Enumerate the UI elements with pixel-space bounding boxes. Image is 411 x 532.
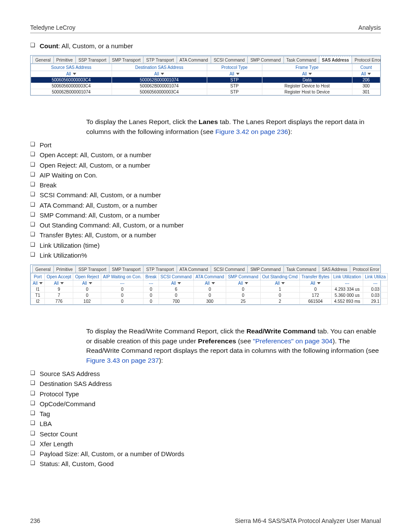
cell: 0 (226, 286, 260, 292)
tab-smp-transport[interactable]: SMP Transport (109, 56, 144, 64)
list-item: Open Reject: All, Custom, or a number (30, 160, 381, 170)
tab-task-command[interactable]: Task Command (283, 56, 319, 64)
col-frame-type[interactable]: Frame Type (262, 64, 352, 71)
col-out-standing-cmd[interactable]: Out Standing Cmd (260, 274, 299, 280)
cell: 50060560000003C4 (31, 83, 112, 89)
link-pref-304[interactable]: "Preferences" on page 304 (253, 337, 333, 345)
tab-sas-address[interactable]: SAS Address (319, 265, 350, 273)
col-aip-waiting-on-con-[interactable]: AIP Waiting on Con. (101, 274, 143, 280)
dropdown-icon[interactable]: All (275, 281, 285, 286)
filter-cell[interactable]: All (262, 71, 352, 77)
filter-cell[interactable]: --- (143, 280, 159, 286)
tab-ata-command[interactable]: ATA Command (177, 265, 211, 273)
page-number: 236 (30, 517, 40, 524)
filter-cell[interactable]: All (45, 280, 73, 286)
dropdown-icon[interactable]: All (238, 281, 248, 286)
col-scsi-command[interactable]: SCSI Command (159, 274, 193, 280)
col-transfer-bytes[interactable]: Transfer Bytes (299, 274, 331, 280)
cell: 300 (352, 83, 380, 89)
list-count: Count: All, Custom, or a number (30, 41, 381, 51)
filter-cell[interactable]: All (226, 280, 260, 286)
table-row[interactable]: I2776102007003002526615044.552 893 ms29.… (31, 299, 388, 305)
dropdown-icon[interactable]: All (54, 281, 64, 286)
tab-primitive[interactable]: Primitive (53, 265, 76, 273)
filter-cell[interactable]: All (352, 71, 380, 77)
table-row[interactable]: 500062B00000107450060560000003C4STPRegis… (31, 89, 380, 95)
filter-cell[interactable]: --- (363, 280, 388, 286)
list-item: Payload Size: All, Custom, or a number o… (30, 449, 381, 459)
tab-smp-transport[interactable]: SMP Transport (109, 265, 144, 273)
tab-protocol-error[interactable]: Protocol Error (352, 56, 380, 64)
tab-sas-address[interactable]: SAS Address (319, 56, 352, 64)
filter-cell[interactable]: All (299, 280, 331, 286)
dropdown-icon[interactable]: All (205, 281, 215, 286)
tab-primitive[interactable]: Primitive (53, 56, 76, 64)
col-destination-sas-address[interactable]: Destination SAS Address (112, 64, 207, 71)
col-break[interactable]: Break (143, 274, 159, 280)
tab-smp-command[interactable]: SMP Command (247, 56, 283, 64)
cell: 0 (73, 286, 101, 292)
dropdown-icon[interactable]: All (302, 72, 312, 76)
tab-stp-transport[interactable]: STP Transport (143, 56, 177, 64)
tab-scsi-command[interactable]: SCSI Command (211, 265, 248, 273)
list-item: Transfer Bytes: All, Custom, or a number (30, 230, 381, 240)
table-row[interactable]: 50060560000003C4500062B000001074STPData2… (31, 77, 380, 83)
filter-cell[interactable]: All (31, 280, 45, 286)
dropdown-icon[interactable]: All (33, 281, 43, 286)
t: To display the Lanes Report, click the (86, 118, 199, 125)
col-open-accept[interactable]: Open Accept (45, 274, 73, 280)
tab-ssp-transport[interactable]: SSP Transport (75, 56, 109, 64)
lanes-bold: Lanes (199, 118, 218, 125)
filter-cell[interactable]: --- (101, 280, 143, 286)
tab-ssp-transport[interactable]: SSP Transport (75, 265, 109, 273)
tab-stp-transport[interactable]: STP Transport (143, 265, 177, 273)
tab-general[interactable]: General (32, 56, 54, 64)
tab-general[interactable]: General (32, 265, 54, 273)
cell: 7 (45, 292, 73, 299)
col-open-reject[interactable]: Open Reject (73, 274, 101, 280)
dropdown-icon[interactable]: All (154, 72, 164, 76)
filter-cell[interactable]: --- (331, 280, 363, 286)
tab-ata-command[interactable]: ATA Command (177, 56, 211, 64)
filter-cell[interactable]: All (207, 71, 262, 77)
dropdown-icon[interactable]: All (66, 72, 76, 76)
list-item: AIP Waiting on Con. (30, 170, 381, 180)
col-port[interactable]: Port (31, 274, 45, 280)
para-rw-intro: To display the Read/Write Command Report… (86, 327, 381, 365)
filter-cell[interactable]: All (112, 71, 207, 77)
table-row[interactable]: 50060560000003C4500062B000001074STPRegis… (31, 83, 380, 89)
filter-cell[interactable]: All (193, 280, 226, 286)
link-fig-342[interactable]: Figure 3.42 on page 236 (215, 128, 288, 135)
dropdown-icon[interactable]: All (171, 281, 181, 286)
filter-cell[interactable]: All (159, 280, 193, 286)
cell: 172 (299, 292, 331, 299)
cell: I1 (31, 286, 45, 292)
hdr-left: Teledyne LeCroy (30, 24, 75, 31)
tabs: GeneralPrimitiveSSP TransportSMP Transpo… (31, 265, 380, 273)
list-item: Open Accept: All, Custom, or a number (30, 150, 381, 160)
tab-smp-command[interactable]: SMP Command (247, 265, 283, 273)
col-count[interactable]: Count (352, 64, 380, 71)
link-fig-343[interactable]: Figure 3.43 on page 237 (86, 357, 159, 364)
col-link-utiliza[interactable]: Link Utiliza (363, 274, 388, 280)
table-row[interactable]: T1700000001725.360 000 us0.03 (31, 292, 388, 299)
tab-scsi-command[interactable]: SCSI Command (211, 56, 248, 64)
filter-cell[interactable]: All (73, 280, 101, 286)
dropdown-icon[interactable]: All (361, 72, 371, 76)
list-item: ATA Command: All, Custom, or a number (30, 200, 381, 210)
dropdown-icon[interactable]: All (230, 72, 240, 76)
col-ata-command[interactable]: ATA Command (193, 274, 226, 280)
col-link-utilization[interactable]: Link Utilization (331, 274, 363, 280)
col-smp-command[interactable]: SMP Command (226, 274, 260, 280)
col-protocol-type[interactable]: Protocol Type (207, 64, 262, 71)
col-source-sas-address[interactable]: Source SAS Address (31, 64, 112, 71)
filter-cell[interactable]: All (260, 280, 299, 286)
filter-cell[interactable]: All (31, 71, 112, 77)
sas-address-report: GeneralPrimitiveSSP TransportSMP Transpo… (30, 55, 381, 96)
dropdown-icon[interactable]: All (82, 281, 92, 286)
tab-task-command[interactable]: Task Command (283, 265, 319, 273)
dropdown-icon[interactable]: All (311, 281, 321, 286)
list-item: SMP Command: All, Custom, or a number (30, 210, 381, 220)
table-row[interactable]: I19000600104.293 334 us0.03 (31, 286, 388, 292)
tab-protocol-error[interactable]: Protocol Error (350, 265, 380, 273)
